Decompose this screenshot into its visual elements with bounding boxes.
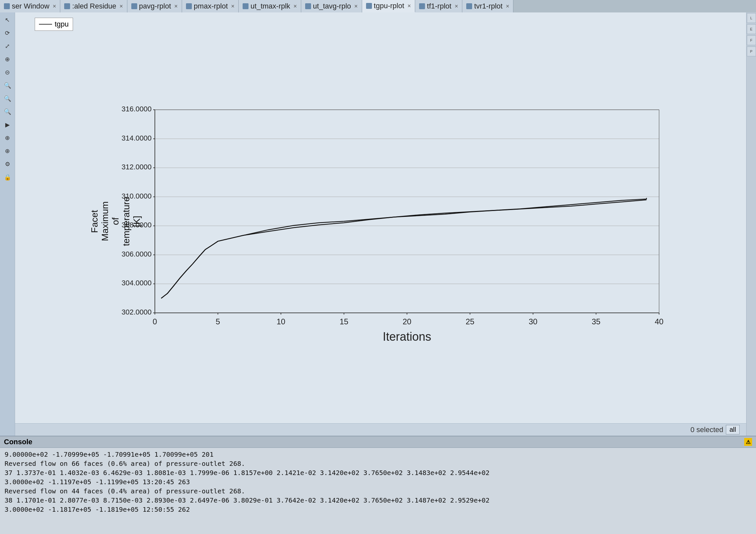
tab-scaled-residue[interactable]: :aled Residue × (60, 0, 127, 13)
tab-icon-scaled (64, 3, 70, 9)
y-axis-label: FacetMaximumoftemperature[K] (89, 197, 116, 246)
tab-label-ser: ser Window (12, 2, 49, 11)
svg-text:30: 30 (528, 317, 537, 326)
svg-rect-0 (155, 103, 659, 313)
tab-tgpu[interactable]: tgpu-rplot × (362, 0, 415, 13)
svg-text:10: 10 (276, 317, 285, 326)
selection-bar: 0 selected all (15, 423, 746, 436)
main-area: ↖ ⟳ ⤢ ⊕ ⊝ 🔍 🔍 🔍 ▶ ⊕ ⊕ ⚙ 🔒 tgpu FacetMaxi… (0, 13, 756, 436)
legend-label: tgpu (55, 20, 69, 29)
x-axis-label: Iterations (382, 330, 431, 343)
right-btn-2[interactable]: E (747, 24, 756, 34)
tab-icon-ser (4, 3, 10, 9)
tab-bar: ser Window × :aled Residue × pavg-rplot … (0, 0, 756, 13)
chart-svg: 302.0000 304.0000 306.0000 308.0000 310.… (116, 97, 672, 346)
selection-count: 0 selected (690, 426, 723, 434)
lock-btn[interactable]: 🔒 (1, 171, 14, 183)
tab-close-ser[interactable]: × (53, 3, 56, 10)
tab-label-pmax: pmax-rplot (194, 2, 228, 11)
tab-icon-pmax (186, 3, 192, 9)
tab-icon-pavg (131, 3, 137, 9)
tab-tf1[interactable]: tf1-rplot × (415, 0, 462, 13)
tab-label-uttmax: ut_tmax-rplk (251, 2, 290, 11)
search-btn[interactable]: 🔍 (1, 79, 14, 92)
svg-text:306.0000: 306.0000 (122, 250, 151, 258)
svg-text:0: 0 (152, 317, 157, 326)
tab-icon-uttmax (243, 3, 249, 9)
tab-label-scaled: :aled Residue (72, 2, 116, 11)
right-btn-1[interactable]: L (747, 13, 756, 23)
tab-icon-uttavg (305, 3, 311, 9)
console-line-6: Reversed flow on 44 faces (0.4% area) of… (5, 487, 751, 496)
console-line-8: 3.0000e+02 -1.1817e+05 -1.1819e+05 12:50… (5, 505, 751, 514)
tab-label-uttavg: ut_tavg-rplo (313, 2, 351, 11)
tab-icon-tf1 (419, 3, 425, 9)
selection-all-btn[interactable]: all (726, 425, 740, 435)
svg-text:35: 35 (592, 317, 601, 326)
console-line-3: 37 1.3737e-01 1.4032e-03 6.4629e-03 1.80… (5, 468, 751, 477)
console-panel: Console ⚠ 9.00000e+02 -1.70999e+05 -1.70… (0, 436, 756, 534)
tab-label-tvr1: tvr1-rplot (474, 2, 502, 11)
console-line-0: 9.00000e+02 -1.70999e+05 -1.70991e+05 1.… (5, 450, 751, 459)
rotate-tool-btn[interactable]: ⟳ (1, 27, 14, 39)
svg-text:314.0000: 314.0000 (122, 134, 151, 142)
warning-icon: ⚠ (744, 438, 752, 446)
tab-close-scaled[interactable]: × (120, 3, 123, 10)
tab-label-tf1: tf1-rplot (427, 2, 451, 11)
console-line-7: 38 1.1701e-01 2.8077e-03 8.7150e-03 2.89… (5, 496, 751, 505)
tab-tvr1[interactable]: tvr1-rplot × (462, 0, 513, 13)
right-btn-4[interactable]: P (747, 46, 756, 56)
settings-btn[interactable]: ⚙ (1, 158, 14, 170)
tab-icon-tgpu (366, 3, 372, 9)
plot-container: tgpu FacetMaximumoftemperature[K] (15, 13, 746, 436)
tab-pavg[interactable]: pavg-rplot × (127, 0, 182, 13)
tab-close-pavg[interactable]: × (174, 3, 178, 10)
tab-icon-tvr1 (466, 3, 472, 9)
svg-text:25: 25 (466, 317, 474, 326)
svg-text:304.0000: 304.0000 (122, 279, 151, 287)
console-line-4: 3.0000e+02 -1.1197e+05 -1.1199e+05 13:20… (5, 477, 751, 487)
play-btn[interactable]: ▶ (1, 119, 14, 131)
svg-text:5: 5 (215, 317, 220, 326)
svg-text:20: 20 (402, 317, 411, 326)
tab-label-pavg: pavg-rplot (139, 2, 171, 11)
console-line-2: Reversed flow on 66 faces (0.6% area) of… (5, 459, 751, 468)
right-toolbar: L E F P (746, 13, 756, 436)
zoom-in-btn[interactable]: ⊕ (1, 53, 14, 66)
target-btn[interactable]: ⊕ (1, 145, 14, 157)
tab-close-uttmax[interactable]: × (293, 3, 297, 10)
console-title: Console (4, 438, 32, 446)
plus-btn[interactable]: ⊕ (1, 132, 14, 144)
svg-text:316.0000: 316.0000 (122, 105, 151, 113)
expand-tool-btn[interactable]: ⤢ (1, 40, 14, 52)
zoom-custom-btn[interactable]: 🔍 (1, 105, 14, 118)
legend-line (39, 24, 52, 25)
zoom-out-btn[interactable]: ⊝ (1, 66, 14, 79)
console-right: ⚠ (742, 438, 752, 446)
tab-label-tgpu: tgpu-rplot (374, 2, 404, 10)
tab-close-uttavg[interactable]: × (354, 3, 358, 10)
tab-pmax[interactable]: pmax-rplot × (182, 0, 239, 13)
right-btn-3[interactable]: F (747, 35, 756, 45)
svg-text:302.0000: 302.0000 (122, 308, 151, 316)
zoom-fit-btn[interactable]: 🔍 (1, 92, 14, 105)
cursor-tool-btn[interactable]: ↖ (1, 14, 14, 26)
console-header: Console ⚠ (0, 436, 756, 448)
tab-close-tf1[interactable]: × (455, 3, 458, 10)
svg-text:312.0000: 312.0000 (122, 163, 151, 171)
tab-close-pmax[interactable]: × (231, 3, 235, 10)
tab-ser-window[interactable]: ser Window × (0, 0, 60, 13)
tab-close-tgpu[interactable]: × (408, 3, 411, 10)
svg-text:40: 40 (655, 317, 663, 326)
tab-close-tvr1[interactable]: × (506, 3, 509, 10)
tab-uttmax[interactable]: ut_tmax-rplk × (239, 0, 301, 13)
svg-text:15: 15 (339, 317, 348, 326)
left-toolbar: ↖ ⟳ ⤢ ⊕ ⊝ 🔍 🔍 🔍 ▶ ⊕ ⊕ ⚙ 🔒 (0, 13, 15, 436)
chart-legend: tgpu (35, 18, 73, 31)
tab-uttavg[interactable]: ut_tavg-rplo × (301, 0, 362, 13)
console-content: 9.00000e+02 -1.70999e+05 -1.70991e+05 1.… (0, 448, 756, 534)
chart-wrapper: FacetMaximumoftemperature[K] (15, 13, 746, 423)
